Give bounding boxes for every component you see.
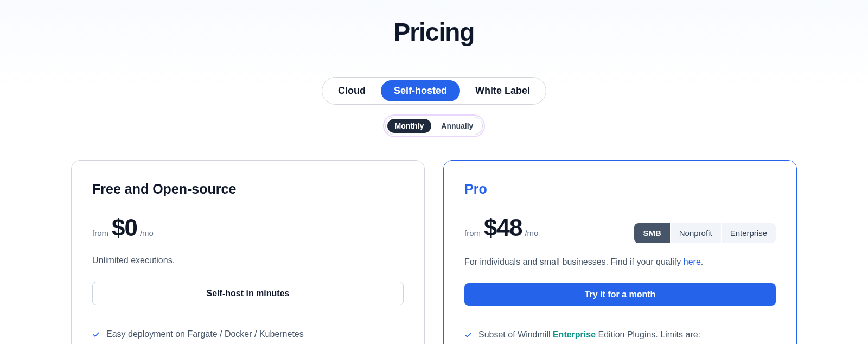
features-list-free: Easy deployment on Fargate / Docker / Ku… — [92, 329, 404, 341]
price-period-pro: /mo — [525, 228, 538, 238]
price-row-free: from $0 /mo — [92, 214, 404, 241]
qualify-link[interactable]: here — [684, 257, 701, 266]
self-host-button[interactable]: Self-host in minutes — [92, 282, 404, 305]
price-amount-pro: $48 — [484, 214, 522, 241]
price-from-label: from — [92, 228, 108, 238]
plan-name-free: Free and Open-source — [92, 181, 404, 197]
plan-name-pro: Pro — [464, 181, 776, 197]
plan-description-free: Unlimited executions. — [92, 256, 404, 265]
feature-text: Easy deployment on Fargate / Docker / Ku… — [106, 329, 304, 339]
features-list-pro: Subset of Windmill Enterprise Edition Pl… — [464, 330, 776, 341]
segment-nonprofit[interactable]: Nonprofit — [670, 223, 721, 243]
desc-prefix: For individuals and small businesses. Fi… — [464, 257, 684, 266]
price-from-label: from — [464, 228, 481, 238]
audience-segmented: SMB Nonprofit Enterprise — [634, 223, 776, 243]
check-icon — [464, 332, 472, 341]
tab-self-hosted[interactable]: Self-hosted — [381, 80, 460, 101]
feature-item: Easy deployment on Fargate / Docker / Ku… — [92, 329, 404, 341]
plans-row: Free and Open-source from $0 /mo Unlimit… — [41, 160, 827, 344]
check-icon — [92, 331, 100, 341]
segment-enterprise[interactable]: Enterprise — [721, 223, 776, 243]
plan-card-free: Free and Open-source from $0 /mo Unlimit… — [71, 160, 425, 344]
price-amount-free: $0 — [112, 214, 137, 241]
tab-white-label[interactable]: White Label — [462, 80, 543, 101]
tab-cloud[interactable]: Cloud — [325, 80, 379, 101]
tab-monthly[interactable]: Monthly — [387, 119, 432, 133]
segment-smb[interactable]: SMB — [634, 223, 669, 243]
feature-text: Subset of Windmill Enterprise Edition Pl… — [478, 330, 700, 340]
deployment-tabs: Cloud Self-hosted White Label — [41, 77, 827, 105]
page-title: Pricing — [41, 0, 827, 47]
desc-suffix: . — [701, 257, 703, 266]
feature-item: Subset of Windmill Enterprise Edition Pl… — [464, 330, 776, 341]
try-button[interactable]: Try it for a month — [464, 283, 776, 306]
plan-description-pro: For individuals and small businesses. Fi… — [464, 257, 776, 267]
deployment-tabs-group: Cloud Self-hosted White Label — [322, 77, 546, 105]
tab-annually[interactable]: Annually — [433, 119, 481, 133]
enterprise-highlight: Enterprise — [553, 330, 596, 339]
price-row-pro: from $48 /mo SMB Nonprofit Enterprise — [464, 214, 776, 243]
billing-period-group: Monthly Annually — [385, 117, 483, 135]
billing-period-tabs: Monthly Annually — [41, 117, 827, 135]
plan-card-pro: Pro from $48 /mo SMB Nonprofit Enterpris… — [443, 160, 797, 344]
price-period-free: /mo — [140, 228, 154, 238]
